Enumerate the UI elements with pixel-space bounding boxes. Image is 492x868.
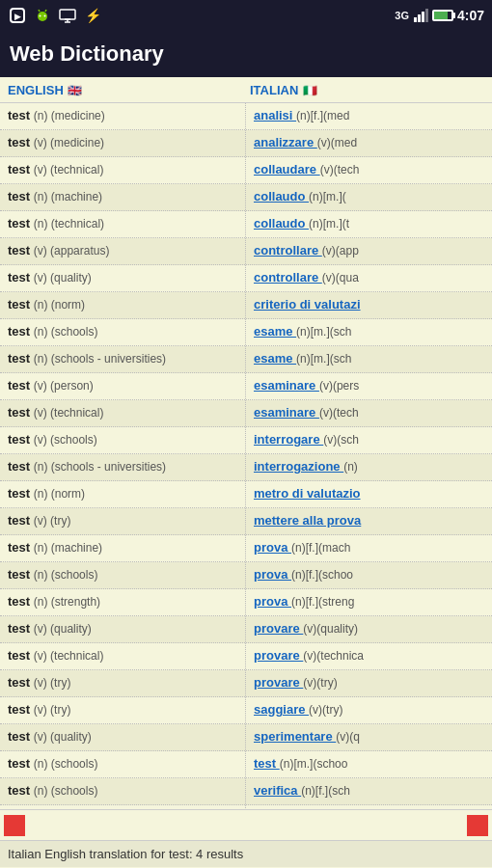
- table-row[interactable]: test (v) (quality)provare (v)(quality): [0, 616, 492, 643]
- table-row[interactable]: test (n) (schools - universities)interro…: [0, 454, 492, 481]
- table-row[interactable]: test (v) (technical)collaudare (v)(tech: [0, 157, 492, 184]
- italian-pos: (v)(tech: [320, 163, 360, 176]
- english-cell: test (v) (technical): [0, 157, 246, 183]
- page-title: Web Dictionary: [10, 41, 164, 67]
- italian-pos: (n)[f.](mach: [291, 541, 350, 555]
- table-row[interactable]: test (n) (schools)test (n)[m.](schoo: [0, 751, 492, 778]
- english-pos: (v): [34, 730, 50, 744]
- english-category: (norm): [51, 298, 85, 312]
- table-row[interactable]: test (n) (schools)verifica (n)[f.](sch: [0, 778, 492, 805]
- english-word: test: [8, 567, 34, 582]
- english-category: (medicine): [50, 136, 104, 149]
- italian-word: prova: [254, 567, 291, 582]
- svg-line-6: [39, 10, 40, 12]
- english-category: (quality): [50, 730, 92, 744]
- english-word: test: [8, 216, 34, 231]
- table-row[interactable]: test (n) (schools)prova (n)[f.](schoo: [0, 562, 492, 589]
- english-pos: (v): [34, 271, 50, 285]
- english-pos: (n): [34, 109, 51, 122]
- table-row[interactable]: test (v) (medicine)analizzare (v)(med: [0, 130, 492, 157]
- english-pos: (n): [34, 757, 51, 771]
- table-row[interactable]: test (v) (technical)provare (v)(technica: [0, 643, 492, 670]
- english-word: test: [8, 594, 34, 609]
- table-row[interactable]: test (n) (machine)prova (n)[f.](mach: [0, 535, 492, 562]
- app-icon: ▶: [8, 6, 27, 25]
- italian-cell: provare (v)(technica: [246, 643, 492, 669]
- italian-pos: (v)(app: [322, 244, 359, 258]
- table-row[interactable]: test (n) (schools)esame (n)[m.](sch: [0, 319, 492, 346]
- english-cell: test (n) (strength): [0, 589, 246, 615]
- english-pos: (n): [34, 190, 51, 203]
- svg-rect-16: [425, 9, 428, 22]
- italian-word: esame: [254, 324, 296, 339]
- english-cell: test (n) (norm): [0, 292, 246, 318]
- italian-pos: (v)(try): [309, 703, 342, 717]
- italian-word: collaudo: [254, 216, 309, 231]
- italian-cell: saggiare (v)(try): [246, 697, 492, 723]
- table-row[interactable]: test (v) (quality)controllare (v)(qua: [0, 265, 492, 292]
- english-word: test: [8, 270, 34, 285]
- english-category: (technical): [50, 406, 103, 420]
- table-row[interactable]: test (n) (schools - universities)esame (…: [0, 346, 492, 373]
- english-pos: (v): [34, 163, 50, 176]
- monitor-icon: [58, 6, 77, 25]
- table-row[interactable]: test (n) (medicine)analisi (n)[f.](med: [0, 103, 492, 130]
- table-row[interactable]: test (v) (try)saggiare (v)(try): [0, 697, 492, 724]
- english-cell: test (v) (schools): [0, 427, 246, 453]
- next-button[interactable]: [467, 815, 488, 836]
- italian-pos: (n)[f.](sch: [301, 784, 350, 798]
- table-row[interactable]: test (n) (norm)metro di valutazio: [0, 481, 492, 508]
- italian-cell: prova (n)[f.](mach: [246, 535, 492, 561]
- italian-pos: (n): [343, 460, 358, 474]
- italian-flag: 🇮🇹: [303, 84, 317, 97]
- table-row[interactable]: test (v) (quality)sperimentare (v)(q: [0, 724, 492, 751]
- english-cell: test (n) (machine): [0, 184, 246, 210]
- italian-cell: collaudo (n)[m.](t: [246, 211, 492, 237]
- italian-pos: (n)[f.](med: [296, 109, 349, 122]
- italian-cell: provare (v)(quality): [246, 616, 492, 642]
- english-category: (try): [50, 514, 70, 528]
- table-row[interactable]: test (v) (try)mettere alla prova: [0, 508, 492, 535]
- english-word: test: [8, 351, 34, 366]
- english-category: (machine): [51, 190, 102, 203]
- table-row[interactable]: test (v) (try)provare (v)(try): [0, 670, 492, 697]
- english-cell: test (v) (try): [0, 670, 246, 696]
- english-pos: (v): [34, 136, 50, 149]
- italian-column-header: ITALIAN 🇮🇹: [246, 81, 492, 98]
- status-text: Italian English translation for test: 4 …: [8, 847, 243, 861]
- status-right: 3G 4:07: [395, 8, 484, 23]
- status-bar: ▶ ⚡ 3G: [0, 0, 492, 31]
- english-category: (norm): [51, 487, 85, 501]
- english-cell: test (n) (machine): [0, 535, 246, 561]
- table-row[interactable]: test (v) (apparatus)verificare (v)(appa: [0, 805, 492, 809]
- table-row[interactable]: test (v) (schools)interrogare (v)(sch: [0, 427, 492, 454]
- english-word: test: [8, 243, 34, 258]
- dictionary-list[interactable]: test (n) (medicine)analisi (n)[f.](medte…: [0, 103, 492, 809]
- italian-word: mettere alla prova: [254, 513, 361, 528]
- prev-button[interactable]: [4, 815, 25, 836]
- table-row[interactable]: test (n) (norm)criterio di valutazi: [0, 292, 492, 319]
- italian-cell: controllare (v)(app: [246, 238, 492, 264]
- italian-cell: mettere alla prova: [246, 508, 492, 534]
- italian-pos: (v)(med: [317, 136, 357, 149]
- table-row[interactable]: test (n) (machine)collaudo (n)[m.](: [0, 184, 492, 211]
- english-cell: test (n) (schools - universities): [0, 454, 246, 480]
- italian-cell: esaminare (v)(pers: [246, 373, 492, 399]
- italian-cell: esame (n)[m.](sch: [246, 346, 492, 372]
- table-row[interactable]: test (n) (strength)prova (n)[f.](streng: [0, 589, 492, 616]
- table-row[interactable]: test (v) (technical)esaminare (v)(tech: [0, 400, 492, 427]
- italian-cell: test (n)[m.](schoo: [246, 751, 492, 777]
- english-cell: test (v) (quality): [0, 724, 246, 750]
- italian-label: ITALIAN: [250, 83, 298, 97]
- table-row[interactable]: test (n) (technical)collaudo (n)[m.](t: [0, 211, 492, 238]
- svg-rect-14: [418, 14, 421, 22]
- table-row[interactable]: test (v) (apparatus)controllare (v)(app: [0, 238, 492, 265]
- table-row[interactable]: test (v) (person)esaminare (v)(pers: [0, 373, 492, 400]
- italian-word: analisi: [254, 108, 296, 122]
- italian-word: prova: [254, 540, 291, 555]
- english-cell: test (v) (technical): [0, 400, 246, 426]
- english-word: test: [8, 486, 34, 501]
- italian-word: collaudare: [254, 162, 320, 176]
- italian-pos: (v)(qua: [322, 271, 359, 285]
- italian-pos: (v)(try): [303, 676, 337, 690]
